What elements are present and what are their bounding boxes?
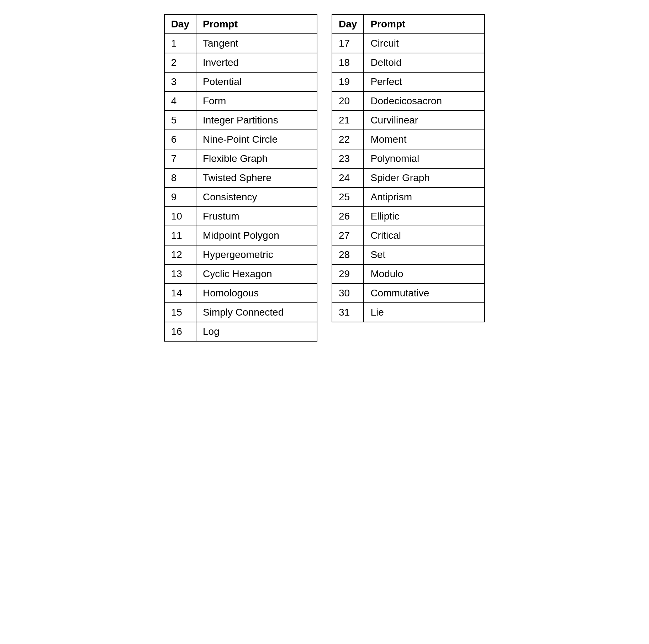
left-day-cell: 8 xyxy=(164,168,196,188)
left-prompt-cell: Hypergeometric xyxy=(196,245,317,264)
right-table: Day Prompt 17Circuit18Deltoid19Perfect20… xyxy=(332,14,485,322)
table-row: 2Inverted xyxy=(164,53,317,72)
table-row: 15Simply Connected xyxy=(164,303,317,322)
right-day-cell: 26 xyxy=(332,207,364,226)
right-day-cell: 20 xyxy=(332,91,364,111)
table-row: 16Log xyxy=(164,322,317,341)
left-prompt-cell: Form xyxy=(196,91,317,111)
table-row: 3Potential xyxy=(164,72,317,91)
left-day-cell: 9 xyxy=(164,188,196,207)
right-prompt-cell: Curvilinear xyxy=(364,111,485,130)
table-row: 14Homologous xyxy=(164,284,317,303)
left-day-cell: 12 xyxy=(164,245,196,264)
left-day-cell: 1 xyxy=(164,34,196,53)
table-row: 21Curvilinear xyxy=(332,111,485,130)
table-row: 25Antiprism xyxy=(332,188,485,207)
right-day-cell: 19 xyxy=(332,72,364,91)
right-prompt-cell: Modulo xyxy=(364,264,485,284)
right-day-cell: 18 xyxy=(332,53,364,72)
left-prompt-cell: Flexible Graph xyxy=(196,149,317,168)
table-row: 20Dodecicosacron xyxy=(332,91,485,111)
right-prompt-cell: Set xyxy=(364,245,485,264)
table-row: 7Flexible Graph xyxy=(164,149,317,168)
left-day-cell: 7 xyxy=(164,149,196,168)
left-day-cell: 6 xyxy=(164,130,196,149)
table-row: 6Nine-Point Circle xyxy=(164,130,317,149)
table-row: 13Cyclic Hexagon xyxy=(164,264,317,284)
right-prompt-cell: Dodecicosacron xyxy=(364,91,485,111)
table-row: 18Deltoid xyxy=(332,53,485,72)
right-prompt-cell: Spider Graph xyxy=(364,168,485,188)
page-container: Day Prompt 1Tangent2Inverted3Potential4F… xyxy=(164,14,485,342)
left-day-cell: 10 xyxy=(164,207,196,226)
left-prompt-cell: Consistency xyxy=(196,188,317,207)
table-row: 4Form xyxy=(164,91,317,111)
right-prompt-cell: Deltoid xyxy=(364,53,485,72)
right-day-cell: 29 xyxy=(332,264,364,284)
left-prompt-cell: Homologous xyxy=(196,284,317,303)
right-prompt-cell: Antiprism xyxy=(364,188,485,207)
table-row: 10Frustum xyxy=(164,207,317,226)
left-prompt-cell: Tangent xyxy=(196,34,317,53)
left-prompt-cell: Midpoint Polygon xyxy=(196,226,317,245)
table-row: 17Circuit xyxy=(332,34,485,53)
right-prompt-cell: Perfect xyxy=(364,72,485,91)
right-prompt-cell: Polynomial xyxy=(364,149,485,168)
left-header-day: Day xyxy=(164,15,196,34)
table-row: 23Polynomial xyxy=(332,149,485,168)
table-row: 31Lie xyxy=(332,303,485,322)
right-day-cell: 24 xyxy=(332,168,364,188)
table-row: 24Spider Graph xyxy=(332,168,485,188)
right-prompt-cell: Critical xyxy=(364,226,485,245)
table-row: 26Elliptic xyxy=(332,207,485,226)
left-prompt-cell: Cyclic Hexagon xyxy=(196,264,317,284)
right-header-day: Day xyxy=(332,15,364,34)
table-row: 30Commutative xyxy=(332,284,485,303)
table-row: 1Tangent xyxy=(164,34,317,53)
left-prompt-cell: Potential xyxy=(196,72,317,91)
table-row: 11Midpoint Polygon xyxy=(164,226,317,245)
right-day-cell: 27 xyxy=(332,226,364,245)
left-day-cell: 14 xyxy=(164,284,196,303)
right-day-cell: 17 xyxy=(332,34,364,53)
right-day-cell: 22 xyxy=(332,130,364,149)
right-prompt-cell: Circuit xyxy=(364,34,485,53)
left-prompt-cell: Twisted Sphere xyxy=(196,168,317,188)
left-prompt-cell: Integer Partitions xyxy=(196,111,317,130)
table-row: 19Perfect xyxy=(332,72,485,91)
table-row: 28Set xyxy=(332,245,485,264)
right-day-cell: 30 xyxy=(332,284,364,303)
left-table: Day Prompt 1Tangent2Inverted3Potential4F… xyxy=(164,14,317,342)
left-day-cell: 13 xyxy=(164,264,196,284)
right-prompt-cell: Commutative xyxy=(364,284,485,303)
right-header-row: Day Prompt xyxy=(332,15,485,34)
right-header-prompt: Prompt xyxy=(364,15,485,34)
left-day-cell: 5 xyxy=(164,111,196,130)
table-row: 5Integer Partitions xyxy=(164,111,317,130)
left-prompt-cell: Log xyxy=(196,322,317,341)
left-prompt-cell: Frustum xyxy=(196,207,317,226)
right-prompt-cell: Lie xyxy=(364,303,485,322)
table-row: 22Moment xyxy=(332,130,485,149)
left-header-row: Day Prompt xyxy=(164,15,317,34)
right-day-cell: 21 xyxy=(332,111,364,130)
left-day-cell: 4 xyxy=(164,91,196,111)
left-header-prompt: Prompt xyxy=(196,15,317,34)
right-day-cell: 23 xyxy=(332,149,364,168)
table-row: 9Consistency xyxy=(164,188,317,207)
left-prompt-cell: Nine-Point Circle xyxy=(196,130,317,149)
table-row: 29Modulo xyxy=(332,264,485,284)
right-day-cell: 28 xyxy=(332,245,364,264)
table-row: 27Critical xyxy=(332,226,485,245)
right-day-cell: 31 xyxy=(332,303,364,322)
right-prompt-cell: Moment xyxy=(364,130,485,149)
right-prompt-cell: Elliptic xyxy=(364,207,485,226)
left-day-cell: 16 xyxy=(164,322,196,341)
table-row: 8Twisted Sphere xyxy=(164,168,317,188)
left-day-cell: 15 xyxy=(164,303,196,322)
table-row: 12Hypergeometric xyxy=(164,245,317,264)
left-day-cell: 11 xyxy=(164,226,196,245)
right-day-cell: 25 xyxy=(332,188,364,207)
left-day-cell: 3 xyxy=(164,72,196,91)
left-prompt-cell: Simply Connected xyxy=(196,303,317,322)
